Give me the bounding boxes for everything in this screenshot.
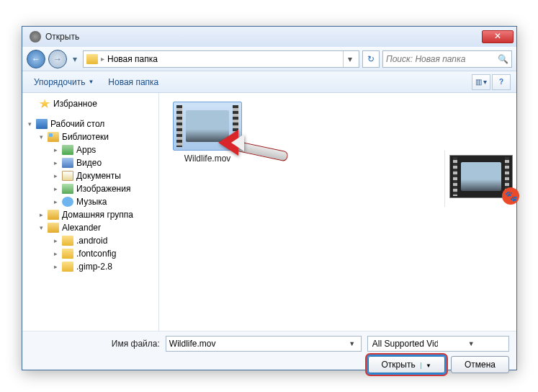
expand-icon[interactable]: ▸ bbox=[53, 147, 59, 153]
folder-icon bbox=[62, 262, 73, 272]
expand-icon[interactable]: ▸ bbox=[53, 199, 59, 205]
tree-homegroup[interactable]: ▸Домашняя группа bbox=[25, 208, 156, 221]
tree-music[interactable]: ▸Музыка bbox=[25, 195, 156, 208]
file-list[interactable]: Wildlife.mov 🐾 bbox=[159, 93, 516, 331]
filename-combo[interactable]: ▼ bbox=[166, 336, 362, 352]
filter-label: All Supported Video Files (*.rm; bbox=[372, 339, 439, 349]
tree-folder-gimp[interactable]: ▸.gimp-2.8 bbox=[25, 260, 156, 273]
folder-icon bbox=[62, 236, 73, 246]
filename-label: Имя файла: bbox=[112, 339, 160, 349]
preview-thumbnail: 🐾 bbox=[449, 155, 513, 198]
view-mode-button[interactable]: ▥ ▾ bbox=[472, 74, 490, 90]
tree-libraries[interactable]: ▾Библиотеки bbox=[25, 130, 156, 143]
expand-icon[interactable]: ▸ bbox=[53, 173, 59, 179]
dialog-footer: Имя файла: ▼ All Supported Video Files (… bbox=[22, 331, 516, 370]
breadcrumb-dropdown-icon[interactable]: ▾ bbox=[343, 51, 356, 67]
chevron-down-icon[interactable]: ▼ bbox=[438, 340, 504, 347]
search-input[interactable] bbox=[386, 54, 495, 64]
new-folder-button[interactable]: Новая папка bbox=[102, 74, 164, 90]
tree-images[interactable]: ▸Изображения bbox=[25, 182, 156, 195]
file-label: Wildlife.mov bbox=[168, 153, 247, 164]
expand-icon[interactable]: ▸ bbox=[38, 212, 45, 218]
tree-user[interactable]: ▾Alexander bbox=[25, 221, 156, 234]
preview-pane: 🐾 bbox=[444, 151, 516, 207]
tree-apps[interactable]: ▸Apps bbox=[25, 143, 156, 156]
user-icon bbox=[48, 223, 59, 233]
back-button[interactable]: ← bbox=[27, 50, 45, 68]
app-icon bbox=[30, 31, 41, 43]
cancel-button[interactable]: Отмена bbox=[451, 356, 509, 373]
help-button[interactable]: ? bbox=[492, 74, 511, 90]
file-thumbnail bbox=[173, 102, 242, 151]
desktop-icon bbox=[36, 119, 48, 129]
folder-icon bbox=[86, 54, 98, 64]
music-icon bbox=[62, 197, 73, 207]
filename-input[interactable] bbox=[169, 339, 346, 349]
video-preview-icon bbox=[461, 162, 501, 191]
file-type-filter[interactable]: All Supported Video Files (*.rm; ▼ bbox=[367, 336, 509, 352]
chevron-down-icon: ▼ bbox=[88, 79, 94, 85]
refresh-button[interactable]: ↻ bbox=[362, 50, 380, 68]
gom-player-icon: 🐾 bbox=[502, 187, 519, 205]
tree-folder-android[interactable]: ▸.android bbox=[25, 234, 156, 247]
tree-video[interactable]: ▸Видео bbox=[25, 156, 156, 169]
collapse-icon[interactable]: ▾ bbox=[38, 225, 45, 231]
tree-desktop[interactable]: ▾Рабочий стол bbox=[25, 117, 156, 130]
homegroup-icon bbox=[48, 210, 59, 220]
film-strip-icon bbox=[176, 105, 182, 147]
collapse-icon[interactable]: ▾ bbox=[38, 134, 45, 141]
new-folder-label: Новая папка bbox=[108, 77, 158, 87]
expand-icon[interactable]: ▸ bbox=[53, 264, 59, 270]
expand-icon[interactable]: ▸ bbox=[53, 238, 59, 244]
breadcrumb[interactable]: ▸ Новая папка ▾ bbox=[83, 50, 359, 68]
search-field[interactable]: 🔍 bbox=[382, 50, 512, 68]
history-dropdown-icon[interactable]: ▾ bbox=[70, 51, 80, 67]
chevron-down-icon[interactable]: ▼ bbox=[346, 340, 358, 347]
collapse-icon[interactable]: ▾ bbox=[27, 121, 33, 128]
breadcrumb-label: Новая папка bbox=[107, 54, 158, 64]
tree-documents[interactable]: ▸Документы bbox=[25, 169, 156, 182]
tree-folder-fontconfig[interactable]: ▸.fontconfig bbox=[25, 247, 156, 260]
close-button[interactable]: ✕ bbox=[482, 30, 514, 43]
expand-icon[interactable]: ▸ bbox=[53, 160, 59, 166]
window-title: Открыть bbox=[45, 32, 482, 42]
film-strip-icon bbox=[453, 157, 457, 196]
film-strip-icon bbox=[233, 105, 238, 147]
command-bar: Упорядочить ▼ Новая папка ▥ ▾ ? bbox=[22, 71, 516, 93]
star-icon bbox=[39, 99, 50, 109]
nav-tree[interactable]: Избранное ▾Рабочий стол ▾Библиотеки ▸App… bbox=[22, 93, 159, 331]
apps-icon bbox=[62, 145, 73, 155]
expand-icon[interactable]: ▸ bbox=[53, 251, 59, 257]
navbar: ← → ▾ ▸ Новая папка ▾ ↻ 🔍 bbox=[22, 47, 516, 71]
folder-icon bbox=[62, 249, 73, 259]
forward-button[interactable]: → bbox=[48, 50, 67, 68]
images-icon bbox=[62, 184, 73, 194]
expand-icon[interactable]: ▸ bbox=[53, 186, 59, 192]
libraries-icon bbox=[48, 132, 59, 142]
documents-icon bbox=[62, 171, 73, 181]
organize-button[interactable]: Упорядочить ▼ bbox=[28, 74, 99, 90]
video-preview-icon bbox=[186, 110, 229, 142]
tree-favorites[interactable]: Избранное bbox=[25, 97, 156, 110]
dialog-body: Избранное ▾Рабочий стол ▾Библиотеки ▸App… bbox=[22, 93, 516, 331]
open-dialog: Открыть ✕ ← → ▾ ▸ Новая папка ▾ ↻ 🔍 Упор… bbox=[22, 26, 517, 370]
organize-label: Упорядочить bbox=[34, 77, 85, 87]
search-icon: 🔍 bbox=[498, 54, 508, 64]
video-icon bbox=[62, 158, 73, 168]
chevron-right-icon: ▸ bbox=[101, 55, 104, 63]
titlebar: Открыть ✕ bbox=[22, 27, 516, 47]
file-item[interactable]: Wildlife.mov bbox=[168, 102, 247, 164]
open-button[interactable]: Открыть ▼ bbox=[368, 356, 445, 373]
split-dropdown-icon: ▼ bbox=[421, 362, 431, 369]
